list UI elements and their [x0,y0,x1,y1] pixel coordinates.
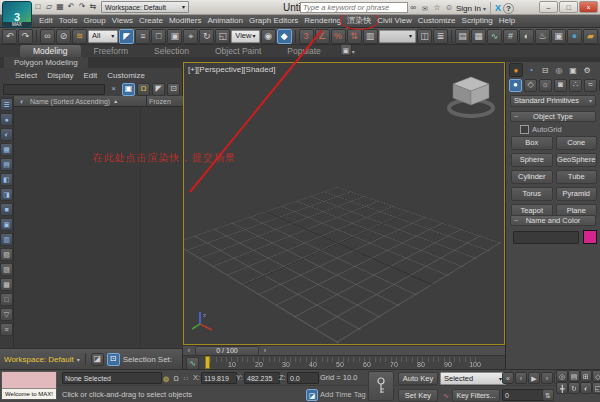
z-coordinate-field[interactable]: 0.0 [287,372,319,384]
select-link-icon[interactable]: ∞ [40,29,55,44]
explorer-tool-icon[interactable]: ● [0,113,13,126]
y-coordinate-field[interactable]: 482.235 [244,372,280,384]
menu-scripting[interactable]: Scripting [459,16,496,25]
explorer-menu-customize[interactable]: Customize [107,71,145,80]
orbit-icon[interactable]: ↻ [568,382,580,394]
next-frame-icon[interactable]: › [541,372,553,384]
explorer-tool-icon[interactable]: ■ [0,203,13,216]
select-by-name-icon[interactable]: ≡ [135,29,150,44]
object-type-rollout-header[interactable]: − Object Type [510,111,596,122]
search-input[interactable] [300,2,408,13]
use-pivot-center-icon[interactable]: ◉ [261,29,276,44]
undo-icon[interactable]: ↶ [66,2,76,12]
menu-tools[interactable]: Tools [56,16,81,25]
autogrid-checkbox[interactable] [520,125,529,134]
play-icon[interactable]: ▶ [528,372,540,384]
name-column-header[interactable]: Name (Sorted Ascending) [30,98,110,105]
zoom-all-icon[interactable]: ▤ [568,370,580,382]
explorer-tool-icon[interactable]: ▨ [0,263,13,276]
window-crossing-icon[interactable]: ▣ [167,29,182,44]
tube-button[interactable]: Tube [556,170,598,184]
explorer-tool-icon[interactable]: ◧ [0,173,13,186]
explorer-tool-icon[interactable]: ▩ [0,278,13,291]
explorer-tool-icon[interactable]: ▤ [0,158,13,171]
torus-button[interactable]: Torus [511,187,553,201]
unlink-selection-icon[interactable]: ⊘ [56,29,71,44]
menu-group[interactable]: Group [80,16,108,25]
explorer-tool-icon[interactable]: ◐ [0,128,13,141]
viewcube[interactable] [444,68,498,120]
snap-toggle-3d-icon[interactable]: 3 [299,29,314,44]
name-color-rollout-header[interactable]: − Name and Color [510,215,596,226]
pan-icon[interactable]: ╋ [556,382,568,394]
explorer-menu-display[interactable]: Display [47,71,73,80]
explorer-search-input[interactable] [3,84,105,95]
workspace-selector[interactable]: Workspace: Default [4,355,74,364]
render-production-icon[interactable]: ● [567,29,582,44]
spinner-snap-icon[interactable]: ⇅ [347,29,362,44]
helpers-subtab-icon[interactable]: ∴ [569,79,582,92]
display-tab-icon[interactable]: ▣ [567,64,579,76]
new-scene-icon[interactable]: □ [33,2,43,12]
motion-tab-icon[interactable]: ◎ [553,64,565,76]
find-icon[interactable]: ▣ [122,83,135,96]
save-file-icon[interactable]: ▦ [55,2,65,12]
explorer-tool-icon[interactable]: □ [0,293,13,306]
key-filters-button[interactable]: Key Filters... [452,389,500,402]
zoom-icon[interactable]: ◎ [556,370,568,382]
menu-create[interactable]: Create [136,16,166,25]
lock-icon[interactable]: Ω [137,83,150,96]
redo-icon[interactable]: ↷ [77,2,87,12]
pyramid-button[interactable]: Pyramid [556,187,598,201]
menu-animation[interactable]: Animation [204,16,246,25]
menu-civil-view[interactable]: Civil View [374,16,415,25]
sphere-button[interactable]: Sphere [511,153,553,167]
go-to-start-icon[interactable]: « [502,372,514,384]
time-tag-icon[interactable]: ◪ [306,389,318,401]
communication-center-icon[interactable]: ✉ [420,3,430,13]
hierarchy-tab-icon[interactable]: ⊟ [539,64,551,76]
named-selection-sets-dropdown[interactable]: ▾ [379,30,416,43]
tab-populate[interactable]: Populate [274,45,334,57]
signin-user-icon[interactable]: ☺ [444,3,454,13]
selection-region-icon[interactable]: □ [151,29,166,44]
set-keys-button[interactable] [368,371,394,401]
open-folder-icon[interactable]: ▰ [583,29,598,44]
walk-through-icon[interactable]: ◐ [580,382,592,394]
cameras-subtab-icon[interactable]: ◙ [554,79,567,92]
angle-snap-icon[interactable]: ∠ [315,29,330,44]
lights-subtab-icon[interactable]: ☼ [539,79,552,92]
frame-marker[interactable] [205,356,210,369]
menu-customize[interactable]: Customize [415,16,459,25]
menu-graph-editors[interactable]: Graph Editors [246,16,301,25]
explorer-list-area[interactable] [14,107,183,348]
zoom-extents-icon[interactable]: ⊞ [580,370,592,382]
tab-modeling[interactable]: Modeling [20,45,81,57]
search-binoculars-icon[interactable]: ∞ [408,3,418,13]
select-manipulate-icon[interactable]: ◆ [277,29,292,44]
minimize-button[interactable]: – [539,1,558,13]
cone-button[interactable]: Cone [556,136,598,150]
menu-modifiers[interactable]: Modifiers [166,16,204,25]
menu-rendering[interactable]: Rendering [301,16,344,25]
curve-editor-icon[interactable]: ∿ [487,29,502,44]
explorer-tool-icon[interactable]: ▦ [0,143,13,156]
absolute-mode-icon[interactable]: ∷ [180,372,192,384]
geometry-subtab-icon[interactable]: ● [509,79,522,92]
modify-tab-icon[interactable]: ◔ [525,64,537,76]
chevron-down-icon[interactable]: ▾ [77,356,80,363]
viewport-label[interactable]: [+][Perspective][Shaded] [188,65,275,74]
undo-button[interactable]: ↶ [2,29,17,44]
set-key-button[interactable]: Set Key [398,389,438,402]
selection-set-icon[interactable]: ⊡ [107,353,120,366]
favorites-star-icon[interactable]: ☆ [432,3,442,13]
close-button[interactable]: × [579,1,598,13]
object-name-input[interactable] [513,231,579,244]
material-editor-icon[interactable]: ◐ [519,29,534,44]
sort-ascending-icon[interactable]: ▲ [113,98,118,104]
layer-manager-icon[interactable]: ▤ [455,29,470,44]
rendered-frame-window-icon[interactable]: ▣ [551,29,566,44]
maximize-button[interactable]: □ [559,1,578,13]
create-tab-icon[interactable]: ● [509,63,523,77]
explorer-tool-icon[interactable]: ▽ [0,308,13,321]
